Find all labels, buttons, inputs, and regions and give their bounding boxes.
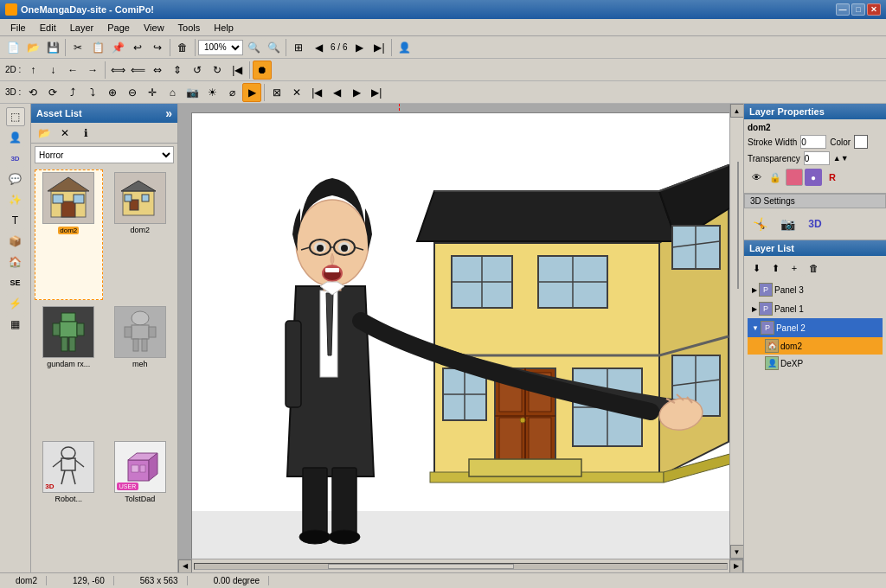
transparency-input[interactable] [804, 151, 830, 165]
3d-reset[interactable]: ⌂ [163, 83, 182, 102]
layer-lock-btn[interactable]: 🔒 [767, 169, 784, 186]
layer-move-up-btn[interactable]: ⬆ [767, 259, 784, 277]
bg-tool[interactable]: 🏠 [6, 252, 25, 272]
menu-page[interactable]: Page [100, 21, 137, 35]
expand-panel1[interactable]: ▶ [752, 305, 757, 313]
canvas-area[interactable] [178, 104, 729, 559]
layer-add-btn[interactable]: + [786, 259, 803, 277]
layer-child-dom2[interactable]: 🏠 dom2 [748, 337, 883, 355]
asset-category-select[interactable]: Horror [35, 146, 174, 163]
3d-nav-5[interactable]: ▶ [347, 83, 366, 102]
save-button[interactable]: 💾 [43, 38, 62, 57]
3d-tool[interactable]: 3D [6, 149, 25, 168]
new-button[interactable]: 📄 [3, 38, 22, 57]
delete-button[interactable]: 🗑 [173, 38, 192, 57]
fit-page-button[interactable]: ⊞ [289, 38, 308, 57]
2d-down[interactable]: ↓ [43, 61, 62, 80]
asset-info-btn[interactable]: ℹ [76, 124, 95, 143]
3d-tilt-down[interactable]: ⤵ [83, 83, 102, 102]
scroll-down-button[interactable]: ▼ [730, 545, 744, 559]
cut-button[interactable]: ✂ [68, 38, 87, 57]
layer-eye-btn[interactable]: 👁 [748, 169, 765, 186]
open-button[interactable]: 📂 [23, 38, 42, 57]
asset-expand-icon[interactable]: » [165, 106, 172, 120]
redo-button[interactable]: ↪ [148, 38, 167, 57]
zoom-select[interactable]: 100% [198, 40, 243, 55]
menu-help[interactable]: Help [207, 21, 241, 35]
menu-edit[interactable]: Edit [33, 21, 63, 35]
3d-arm[interactable]: ⌀ [222, 83, 241, 102]
layer-r-btn[interactable]: R [824, 169, 841, 186]
2d-flip-v[interactable]: ⇕ [168, 61, 187, 80]
layer-color-btn[interactable] [786, 169, 803, 186]
zoom-in-button[interactable]: 🔍 [244, 38, 263, 57]
asset-category-dropdown[interactable]: Horror [35, 146, 174, 163]
h-scroll-thumb[interactable] [328, 564, 514, 569]
layer-child-dexp[interactable]: 👤 DeXP [748, 355, 883, 372]
3d-zoom-in[interactable]: ⊕ [103, 83, 122, 102]
undo-button[interactable]: ↩ [128, 38, 147, 57]
se-tool[interactable]: SE [6, 273, 25, 292]
2d-scale-w[interactable]: ⟺ [108, 61, 127, 80]
char-button[interactable]: 👤 [395, 38, 414, 57]
scroll-up-button[interactable]: ▲ [730, 104, 744, 118]
pattern-tool[interactable]: ▦ [6, 315, 25, 334]
asset-item-robot3d[interactable]: 3D Robot... [35, 438, 103, 569]
3d-nav-4[interactable]: ◀ [327, 83, 346, 102]
2d-flip-h[interactable]: ⇔ [148, 61, 167, 80]
2d-end[interactable]: |◀ [228, 61, 247, 80]
asset-delete-btn[interactable]: ✕ [55, 124, 74, 143]
3d-move[interactable]: ✛ [143, 83, 162, 102]
frame-prev-button[interactable]: ◀ [309, 38, 328, 57]
minimize-button[interactable]: — [836, 3, 850, 16]
3d-nav-3[interactable]: |◀ [307, 83, 326, 102]
copy-button[interactable]: 📋 [88, 38, 107, 57]
layer-item-panel1[interactable]: ▶ P Panel 1 [748, 299, 883, 318]
3d-cam[interactable]: 📷 [183, 83, 202, 102]
asset-item-gundam[interactable]: gundam rx... [35, 304, 103, 434]
asset-item-tolstdad[interactable]: USER TolstDad [106, 438, 175, 569]
v-scroll-thumb[interactable] [737, 162, 739, 289]
transparency-arrows[interactable]: ▲▼ [833, 154, 849, 163]
3d-rot-left[interactable]: ⟲ [23, 83, 42, 102]
expand-panel2[interactable]: ▼ [752, 324, 759, 332]
3d-settings-camera[interactable]: 📷 [775, 212, 799, 236]
2d-record[interactable]: ⏺ [253, 61, 272, 80]
3d-light[interactable]: ☀ [202, 83, 222, 102]
asset-item-dom2-pixel[interactable]: dom2 [106, 169, 175, 300]
menu-tools[interactable]: Tools [171, 21, 208, 35]
3d-play[interactable]: ▶ [242, 83, 261, 102]
3d-settings-link[interactable]: 3D [803, 212, 827, 236]
2d-rotate-ccw[interactable]: ↺ [188, 61, 207, 80]
item-tool[interactable]: 📦 [6, 232, 25, 251]
3d-zoom-out[interactable]: ⊖ [123, 83, 142, 102]
3d-nav-1[interactable]: ⊠ [267, 83, 286, 102]
2d-scale-h[interactable]: ⟸ [128, 61, 147, 80]
select-tool[interactable]: ⬚ [6, 107, 25, 126]
3d-nav-6[interactable]: ▶| [367, 83, 386, 102]
2d-left[interactable]: ← [63, 61, 82, 80]
char-tool[interactable]: 👤 [6, 128, 25, 147]
h-scroll-track[interactable] [194, 563, 728, 570]
layer-move-down-btn[interactable]: ⬇ [748, 259, 765, 277]
layer-mode-btn[interactable]: ● [805, 169, 822, 186]
balloon-tool[interactable]: 💬 [6, 169, 25, 189]
layer-delete-btn[interactable]: 🗑 [805, 259, 822, 277]
2d-right[interactable]: → [83, 61, 102, 80]
3d-settings-pose[interactable]: 🤸 [748, 212, 772, 236]
expand-panel3[interactable]: ▶ [752, 286, 757, 294]
asset-item-dom2-house[interactable]: dom2 [35, 169, 103, 300]
3d-rot-right[interactable]: ⟳ [43, 83, 62, 102]
2d-up[interactable]: ↑ [23, 61, 42, 80]
asset-item-meh[interactable]: meh [106, 304, 175, 434]
text-tool[interactable]: T [6, 211, 25, 230]
menu-view[interactable]: View [137, 21, 171, 35]
2d-rotate-cw[interactable]: ↻ [208, 61, 227, 80]
3d-tilt-up[interactable]: ⤴ [63, 83, 82, 102]
stroke-width-input[interactable] [800, 135, 826, 149]
color-swatch[interactable] [854, 135, 868, 149]
layer-item-panel2[interactable]: ▼ P Panel 2 [748, 318, 883, 337]
maximize-button[interactable]: □ [851, 3, 865, 16]
3d-nav-2[interactable]: ✕ [287, 83, 306, 102]
zoom-out-button[interactable]: 🔍 [264, 38, 283, 57]
